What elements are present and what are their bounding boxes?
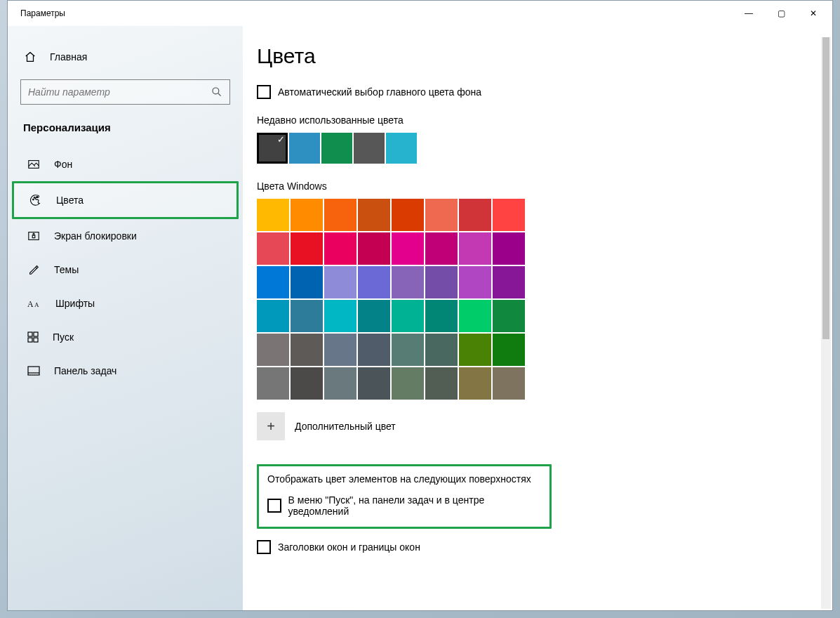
surfaces-start-row[interactable]: В меню "Пуск", на панели задач и в центр… [267, 494, 541, 517]
plus-icon: + [267, 419, 275, 435]
color-swatch[interactable] [392, 334, 424, 366]
color-swatch[interactable] [291, 300, 323, 332]
color-swatch[interactable] [324, 300, 356, 332]
nav-item-themes[interactable]: Темы [8, 253, 243, 287]
fonts-icon: A A [27, 298, 41, 309]
search-icon [211, 86, 222, 98]
color-swatch[interactable] [324, 232, 356, 265]
search-input[interactable] [28, 86, 211, 98]
image-icon [27, 158, 40, 171]
titlebars-checkbox[interactable] [257, 540, 271, 554]
color-swatch[interactable] [459, 334, 491, 366]
start-icon [27, 331, 39, 343]
nav-label: Экран блокировки [54, 230, 137, 242]
color-swatch[interactable] [392, 199, 424, 231]
color-swatch[interactable] [392, 300, 424, 332]
color-swatch[interactable] [459, 266, 491, 298]
color-swatch[interactable] [459, 199, 491, 231]
auto-pick-row[interactable]: Автоматический выбор главного цвета фона [257, 85, 832, 99]
minimize-button[interactable]: — [733, 2, 765, 25]
settings-window: Параметры — ▢ ✕ Главная [7, 0, 833, 611]
additional-color-row[interactable]: + Дополнительный цвет [257, 412, 832, 440]
color-swatch[interactable] [324, 334, 356, 366]
recent-colors-row: ✓ [257, 133, 832, 164]
color-swatch[interactable] [358, 266, 390, 298]
color-swatch[interactable] [257, 367, 289, 400]
color-swatch[interactable] [291, 232, 323, 265]
color-swatch[interactable] [291, 199, 323, 231]
color-swatch[interactable] [425, 300, 458, 332]
color-swatch[interactable] [257, 232, 289, 265]
nav-item-lockscreen[interactable]: Экран блокировки [8, 219, 243, 253]
color-swatch[interactable] [358, 199, 390, 231]
color-swatch[interactable] [425, 232, 458, 265]
close-button[interactable]: ✕ [797, 2, 829, 25]
home-icon [23, 51, 37, 63]
color-swatch[interactable] [257, 334, 289, 366]
color-swatch[interactable] [392, 232, 424, 265]
color-swatch[interactable] [358, 334, 390, 366]
recent-color-swatch[interactable] [354, 133, 385, 164]
checkmark-icon: ✓ [277, 134, 285, 145]
color-swatch[interactable] [493, 367, 525, 400]
color-swatch[interactable] [459, 232, 491, 265]
scrollbar[interactable] [821, 37, 831, 609]
color-swatch[interactable] [392, 266, 424, 298]
recent-color-swatch[interactable]: ✓ [257, 133, 288, 164]
nav-list: Фон Цвета [8, 147, 243, 388]
content-pane: Цвета Автоматический выбор главного цвет… [243, 26, 832, 610]
palette-icon [29, 194, 42, 206]
color-swatch[interactable] [291, 334, 323, 366]
color-swatch[interactable] [425, 334, 458, 366]
nav-item-colors[interactable]: Цвета [14, 183, 236, 217]
nav-item-background[interactable]: Фон [8, 147, 243, 181]
color-swatch[interactable] [324, 199, 356, 231]
svg-point-3 [34, 197, 35, 199]
color-swatch[interactable] [257, 266, 289, 298]
recent-color-swatch[interactable] [321, 133, 352, 164]
titlebars-row[interactable]: Заголовки окон и границы окон [257, 540, 832, 554]
page-title: Цвета [257, 44, 832, 68]
color-swatch[interactable] [324, 367, 356, 400]
recent-colors-label: Недавно использованные цвета [257, 114, 832, 126]
color-swatch[interactable] [459, 367, 491, 400]
highlight-surfaces: Отображать цвет элементов на следующих п… [257, 464, 552, 529]
window-body: Главная Персонализация [8, 26, 832, 610]
maximize-button[interactable]: ▢ [765, 2, 797, 25]
color-swatch[interactable] [257, 199, 289, 231]
nav-label: Шрифты [55, 298, 95, 309]
color-swatch[interactable] [291, 266, 323, 298]
color-swatch[interactable] [358, 300, 390, 332]
color-swatch[interactable] [324, 266, 356, 298]
auto-pick-checkbox[interactable] [257, 85, 271, 99]
svg-rect-6 [32, 235, 35, 238]
nav-item-fonts[interactable]: A A Шрифты [8, 287, 243, 320]
color-swatch[interactable] [493, 266, 525, 298]
home-link[interactable]: Главная [8, 40, 243, 74]
color-swatch[interactable] [257, 300, 289, 332]
color-swatch[interactable] [358, 232, 390, 265]
color-swatch[interactable] [291, 367, 323, 400]
color-swatch[interactable] [358, 367, 390, 400]
surfaces-start-checkbox[interactable] [267, 499, 281, 513]
color-swatch[interactable] [459, 300, 491, 332]
additional-color-label: Дополнительный цвет [295, 421, 396, 432]
color-swatch[interactable] [493, 199, 525, 231]
recent-color-swatch[interactable] [289, 133, 320, 164]
nav-item-taskbar[interactable]: Панель задач [8, 354, 243, 388]
color-swatch[interactable] [425, 367, 458, 400]
nav-item-start[interactable]: Пуск [8, 320, 243, 354]
scrollbar-thumb[interactable] [822, 37, 829, 339]
color-swatch[interactable] [425, 266, 458, 298]
color-swatch[interactable] [493, 232, 525, 265]
color-swatch[interactable] [425, 199, 458, 231]
color-swatch[interactable] [493, 300, 525, 332]
search-box[interactable] [20, 79, 230, 105]
category-title: Персонализация [8, 114, 243, 143]
color-swatch[interactable] [493, 334, 525, 366]
recent-color-swatch[interactable] [386, 133, 417, 164]
add-color-button[interactable]: + [257, 412, 285, 440]
titlebars-label: Заголовки окон и границы окон [278, 541, 420, 553]
color-swatch[interactable] [392, 367, 424, 400]
svg-point-2 [33, 199, 34, 200]
